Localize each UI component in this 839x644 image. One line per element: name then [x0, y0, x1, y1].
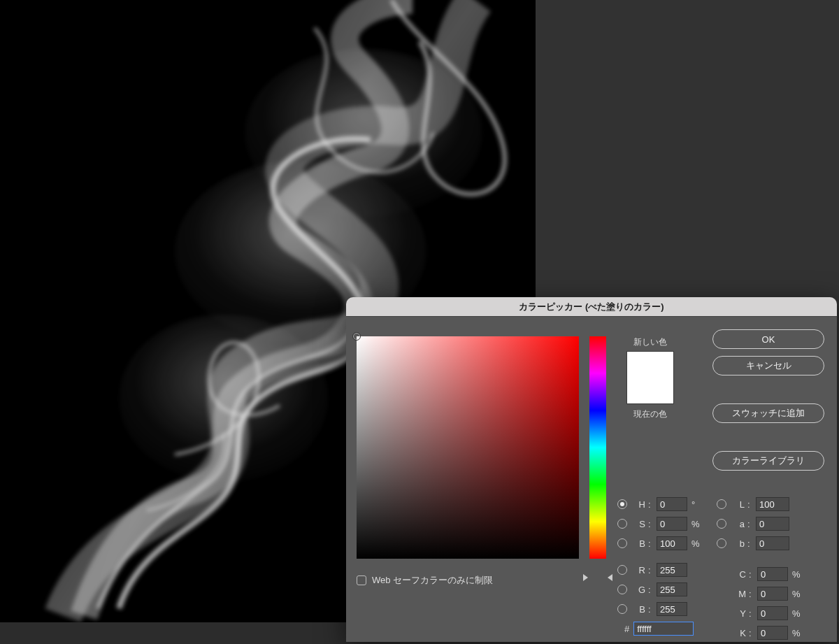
websafe-row: Web セーフカラーのみに制限: [357, 574, 493, 587]
radio-b[interactable]: [617, 604, 627, 614]
hex-prefix: #: [624, 624, 629, 634]
radio-v[interactable]: [617, 538, 627, 548]
input-c[interactable]: [757, 567, 788, 581]
label-s: S: [630, 519, 645, 529]
color-swatch[interactable]: [626, 351, 674, 404]
input-k[interactable]: [757, 626, 788, 640]
svg-point-2: [245, 49, 482, 217]
hue-slider-thumb-left[interactable]: [583, 574, 588, 581]
input-l[interactable]: [756, 497, 789, 511]
saturation-brightness-field[interactable]: [357, 336, 579, 559]
input-g[interactable]: [657, 582, 687, 596]
color-picker-dialog: カラーピッカー (べた塗りのカラー) 新しい色 現在の色 OK キャンセル スウ…: [346, 297, 837, 642]
label-h: H: [630, 499, 645, 510]
input-s[interactable]: [657, 517, 687, 531]
unit-y: %: [791, 608, 802, 619]
radio-r[interactable]: [617, 565, 627, 575]
dialog-button-column: OK キャンセル スウォッチに追加 カラーライブラリ: [712, 329, 824, 471]
unit-s: %: [690, 519, 701, 529]
label-k: K: [731, 628, 746, 638]
hue-slider[interactable]: [589, 336, 606, 559]
unit-h: °: [690, 499, 701, 510]
radio-lab-b[interactable]: [717, 538, 726, 548]
cancel-button[interactable]: キャンセル: [712, 356, 824, 375]
unit-k: %: [791, 628, 802, 638]
hex-row: #: [624, 622, 694, 636]
label-l: L: [729, 499, 745, 510]
unit-v: %: [690, 538, 701, 549]
unit-c: %: [791, 569, 802, 580]
websafe-checkbox[interactable]: [357, 575, 366, 585]
lab-column: L: a: b:: [717, 494, 789, 553]
current-color-label: 現在の色: [620, 408, 680, 420]
input-lab-b[interactable]: [756, 536, 789, 550]
rgb-column: R: G: B:: [617, 560, 701, 619]
unit-m: %: [791, 589, 802, 599]
new-color-label: 新しい色: [620, 336, 680, 348]
ok-button[interactable]: OK: [712, 329, 824, 349]
input-m[interactable]: [757, 587, 788, 601]
label-a: a: [729, 519, 745, 529]
sb-cursor[interactable]: [352, 332, 361, 341]
add-to-swatches-button[interactable]: スウォッチに追加: [712, 403, 824, 423]
radio-g[interactable]: [617, 585, 627, 594]
radio-a[interactable]: [717, 519, 726, 529]
label-y: Y: [731, 608, 746, 619]
hue-slider-thumb-right[interactable]: [608, 574, 612, 581]
radio-s[interactable]: [617, 519, 627, 529]
label-g: G: [630, 585, 645, 595]
label-v: B: [630, 538, 645, 549]
radio-l[interactable]: [717, 499, 726, 509]
color-preview: 新しい色 現在の色: [620, 336, 680, 420]
input-v[interactable]: [657, 536, 687, 550]
input-a[interactable]: [756, 517, 789, 531]
dialog-body: 新しい色 現在の色 OK キャンセル スウォッチに追加 カラーライブラリ: [346, 317, 837, 642]
input-r[interactable]: [657, 563, 687, 577]
input-b[interactable]: [657, 602, 687, 616]
current-color-swatch[interactable]: [627, 378, 673, 403]
new-color-swatch[interactable]: [627, 352, 673, 378]
label-m: M: [731, 589, 746, 599]
hsb-column: H: ° S: % B: %: [617, 494, 701, 553]
websafe-label: Web セーフカラーのみに制限: [372, 574, 493, 587]
dialog-title[interactable]: カラーピッカー (べた塗りのカラー): [346, 297, 837, 317]
input-y[interactable]: [757, 606, 788, 620]
cmyk-column: C: % M: % Y: % K: %: [731, 564, 802, 642]
svg-point-3: [119, 315, 329, 482]
input-h[interactable]: [657, 497, 687, 511]
color-libraries-button[interactable]: カラーライブラリ: [712, 451, 824, 471]
label-lab-b: b: [729, 538, 745, 549]
input-hex[interactable]: [633, 622, 694, 636]
label-c: C: [731, 569, 746, 580]
radio-h[interactable]: [617, 499, 627, 509]
label-b: B: [630, 604, 645, 615]
label-r: R: [630, 565, 645, 575]
